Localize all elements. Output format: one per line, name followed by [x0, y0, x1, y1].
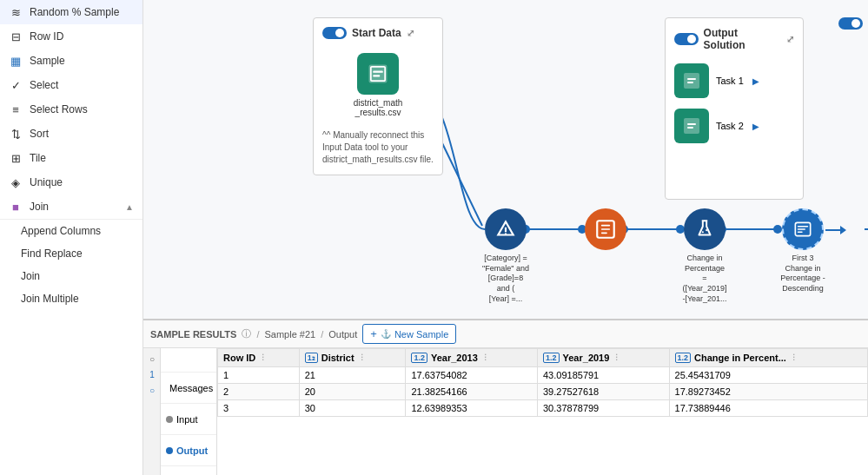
cell-year2019: 30.37878799: [538, 400, 670, 417]
messages-label[interactable]: Messages: [161, 373, 216, 404]
sort-year2019-icon[interactable]: ⋮: [613, 353, 620, 362]
sort-change-icon[interactable]: ⋮: [790, 353, 798, 362]
cell-year2019: 39.27527618: [538, 384, 670, 400]
cell-year2019: 43.09185791: [538, 367, 670, 384]
sidebar-item-label: Unique: [30, 176, 63, 188]
new-sample-button[interactable]: + ⚓ New Sample: [362, 324, 456, 344]
sidebar-item-label: Select Rows: [30, 103, 88, 115]
task1-icon[interactable]: [674, 63, 709, 98]
col-change-label: Change in Percent...: [694, 353, 786, 363]
sidebar-item-random-sample[interactable]: ≋ Random % Sample: [0, 0, 142, 24]
sidebar-item-join2[interactable]: Join: [0, 265, 142, 287]
year2013-type-badge: 1.2: [411, 353, 427, 363]
col-row-id: Row ID ⋮: [218, 349, 300, 367]
output-solution-toggle[interactable]: [674, 33, 699, 45]
results-table: Row ID ⋮ 1₂ District ⋮: [217, 348, 868, 417]
start-data-node-icon[interactable]: [357, 53, 399, 95]
start-data-panel: Start Data ⤢ district_math_results.csv ^…: [313, 17, 443, 175]
workflow-canvas[interactable]: Start Data ⤢ district_math_results.csv ^…: [143, 0, 868, 319]
output-text: Output: [176, 445, 208, 456]
start-data-note: ^^ Manually reconnect this Input Data to…: [322, 129, 434, 166]
tile-icon: ⊞: [9, 151, 23, 165]
output-solution-label: Output Solution: [704, 27, 781, 51]
sidebar-item-append-columns[interactable]: Append Columns: [0, 220, 142, 242]
sidebar-item-sample[interactable]: ▦ Sample: [0, 49, 142, 73]
sidebar-item-join[interactable]: ■ Join ▲: [0, 195, 142, 220]
col-year2013: 1.2 Year_2013 ⋮: [406, 349, 538, 367]
table-row: 2 20 21.38254166 39.27527618 17.89273452: [218, 384, 868, 400]
cell-year2013: 17.63754082: [406, 367, 538, 384]
breadcrumb-sample: Sample #21: [264, 329, 315, 340]
messages-tab[interactable]: ○: [145, 352, 159, 366]
cell-district: 30: [299, 400, 406, 417]
sidebar-item-join-multiple[interactable]: Join Multiple: [0, 287, 142, 310]
bottom-content: ○ 1 ○ Messages Input Output: [143, 348, 868, 475]
data-table[interactable]: Row ID ⋮ 1₂ District ⋮: [217, 348, 868, 475]
output-label[interactable]: Output: [161, 435, 216, 466]
input-dot: [166, 416, 173, 423]
col-year2013-label: Year_2013: [431, 353, 478, 363]
sort-result-node[interactable]: [782, 208, 824, 250]
year2019-type-badge: 1.2: [543, 353, 560, 363]
formula2-node-container: Change inPercentage=([Year_2019]-[Year_2…: [684, 208, 726, 250]
cell-change: 25.45431709: [669, 367, 867, 384]
formula2-node[interactable]: [684, 208, 726, 250]
sort-row-id-icon[interactable]: ⋮: [259, 353, 267, 362]
row-id-icon: ⊟: [9, 30, 23, 43]
input-label[interactable]: Input: [161, 404, 216, 435]
filter-node[interactable]: [485, 208, 527, 250]
sidebar: ≋ Random % Sample ⊟ Row ID ▦ Sample ✓ Se…: [0, 0, 143, 475]
input-text: Input: [176, 414, 197, 425]
task2-output-dot: ▶: [752, 122, 759, 131]
hints-toggle[interactable]: [838, 17, 863, 30]
output-solution-panel: Output Solution ⤢ Task 1 ▶: [665, 17, 804, 200]
cell-row-id: 2: [218, 384, 300, 400]
col-year2019-label: Year_2019: [563, 353, 610, 363]
sidebar-item-unique[interactable]: ◈ Unique: [0, 170, 142, 195]
task2-node: Task 2 ▶: [674, 109, 794, 143]
filter-node-container: [Category] ="Female" and[Grade]=8and ([Y…: [485, 208, 527, 250]
sidebar-item-row-id[interactable]: ⊟ Row ID: [0, 24, 142, 49]
change-type-badge: 1.2: [675, 353, 692, 363]
filter-node-label: [Category] ="Female" and[Grade]=8and ([Y…: [467, 254, 544, 304]
sidebar-item-find-replace[interactable]: Find Replace: [0, 242, 142, 265]
sidebar-item-select-rows[interactable]: ≡ Select Rows: [0, 97, 142, 122]
svg-point-10: [773, 225, 782, 234]
sort-result-label: First 3Change inPercentage -Descending: [765, 254, 841, 294]
sidebar-item-tile[interactable]: ⊞ Tile: [0, 146, 142, 170]
table-body: 1 21 17.63754082 43.09185791 25.45431709…: [218, 367, 868, 417]
select-icon: ✓: [9, 78, 23, 92]
sidebar-item-sort[interactable]: ⇅ Sort: [0, 122, 142, 146]
breadcrumb-sep2: /: [321, 329, 323, 340]
sidebar-item-label: Select: [30, 79, 58, 91]
sidebar-item-select[interactable]: ✓ Select: [0, 73, 142, 97]
district-type-badge: 1₂: [305, 353, 318, 363]
bottom-panel: SAMPLE RESULTS ⓘ / Sample #21 / Output +…: [143, 319, 868, 475]
start-data-file-label: district_math_results.csv: [322, 98, 434, 117]
unique-icon: ◈: [9, 175, 23, 189]
sidebar-item-label: Sample: [30, 55, 65, 67]
sort-district-icon[interactable]: ⋮: [358, 353, 366, 362]
plus-icon: +: [370, 327, 377, 340]
svg-point-18: [706, 229, 707, 231]
start-data-toggle[interactable]: [322, 27, 347, 39]
append-columns-label: Append Columns: [21, 225, 101, 237]
sidebar-item-label: Random % Sample: [30, 6, 119, 18]
sidebar-item-label: Tile: [30, 152, 46, 164]
output-arrow: [825, 226, 846, 234]
info-icon[interactable]: ⓘ: [242, 327, 251, 340]
breadcrumb-output: Output: [328, 329, 357, 340]
output-tab[interactable]: ○: [145, 383, 159, 397]
col-year2019: 1.2 Year_2019 ⋮: [538, 349, 670, 367]
expand-start-data-icon[interactable]: ⤢: [407, 28, 414, 39]
col-district: 1₂ District ⋮: [299, 349, 406, 367]
sort-year2013-icon[interactable]: ⋮: [481, 353, 489, 362]
col-change: 1.2 Change in Percent... ⋮: [669, 349, 867, 367]
svg-point-15: [505, 233, 507, 234]
task2-icon[interactable]: [674, 109, 709, 143]
cell-change: 17.89273452: [669, 384, 867, 400]
expand-output-icon[interactable]: ⤢: [786, 34, 794, 45]
svg-rect-13: [684, 73, 699, 89]
formula-node[interactable]: [585, 208, 626, 250]
input-tab[interactable]: 1: [145, 367, 159, 381]
